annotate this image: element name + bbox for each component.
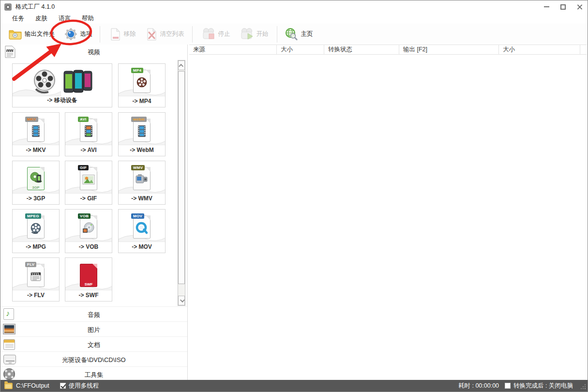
home-label: 主页: [301, 30, 313, 38]
file-list-header: 来源 大小 转换状态 输出 [F2] 大小: [189, 45, 587, 55]
format-card-swf[interactable]: SWF -> SWF: [65, 257, 112, 302]
card-label: -> MP4: [119, 98, 165, 105]
wmv-file-icon: WMV: [131, 165, 152, 191]
options-button[interactable]: 选项: [62, 25, 95, 44]
format-card-mov[interactable]: MOV -> MOV: [118, 209, 166, 253]
category-list: 音频 图片 文档 光驱设备\DVD\CD\ISO 工具集: [0, 306, 187, 380]
category-row-toolset[interactable]: 工具集: [0, 366, 187, 381]
scroll-up-button[interactable]: [178, 60, 185, 70]
category-disc-label: 光驱设备\DVD\CD\ISO: [0, 356, 187, 364]
close-icon: [576, 4, 583, 10]
video-format-grid: -> 移动设备 MP4: [0, 60, 187, 306]
category-audio-label: 音频: [0, 311, 187, 319]
card-label: -> GIF: [65, 195, 112, 202]
camera-play-icon: [240, 28, 254, 41]
stop-button[interactable]: 停止: [199, 25, 233, 44]
vob-file-icon: VOB: [78, 213, 99, 240]
menu-item-help[interactable]: 帮助: [79, 14, 96, 23]
card-label: -> 3GP: [13, 195, 59, 202]
column-header-source[interactable]: 来源: [189, 45, 277, 54]
status-bar: C:\FFOutput 使用多线程 耗时 : 00:00:00 转换完成后 : …: [0, 380, 588, 392]
category-toolset-label: 工具集: [0, 371, 187, 379]
format-card-wmv[interactable]: WMV -> WMV: [118, 161, 166, 205]
format-card-3gp[interactable]: 3GP -> 3GP: [12, 161, 60, 205]
chevron-up-icon: [179, 63, 183, 68]
scroll-down-button[interactable]: [178, 296, 185, 305]
toolbar-separator: [192, 26, 193, 43]
column-header-output[interactable]: 输出 [F2]: [399, 45, 499, 54]
menu-item-language[interactable]: 语言: [56, 14, 73, 23]
webm-file-icon: webm: [131, 117, 152, 143]
category-picture-label: 图片: [0, 326, 187, 334]
globe-magnifier-icon: [285, 28, 298, 41]
remove-button[interactable]: 移除: [107, 25, 138, 44]
menu-item-task[interactable]: 任务: [10, 14, 27, 23]
maximize-icon: [560, 4, 566, 10]
format-sidebar: 视频: [0, 45, 188, 380]
shutdown-checkbox[interactable]: [505, 383, 511, 389]
maximize-button[interactable]: [555, 0, 571, 13]
format-card-mp4[interactable]: MP4 -> MP4: [118, 63, 166, 107]
column-header-output-size[interactable]: 大小: [499, 45, 580, 54]
category-row-document[interactable]: 文档: [0, 336, 187, 351]
title-bar: 格式工厂 4.1.0: [0, 0, 588, 13]
format-card-gif[interactable]: GIF -> GIF: [65, 161, 112, 205]
remove-label: 移除: [124, 30, 136, 38]
swf-flash-icon: SWF: [78, 262, 99, 288]
card-label: -> WMV: [119, 195, 165, 202]
category-header-video[interactable]: 视频: [0, 45, 187, 60]
format-grid-scrollbar[interactable]: [178, 60, 185, 306]
output-folder-label: 输出文件夹: [25, 30, 55, 38]
format-card-mpg[interactable]: MPEG -> MPG: [12, 209, 60, 253]
window-title: 格式工厂 4.1.0: [15, 3, 55, 11]
format-card-mobile-device[interactable]: -> 移动设备: [12, 63, 112, 107]
camera-stop-icon: [201, 28, 215, 41]
main-area: 视频: [0, 45, 588, 380]
file-list-body[interactable]: [188, 55, 588, 380]
page-x-icon: [146, 28, 157, 41]
format-card-vob[interactable]: VOB -> VOB: [65, 209, 112, 253]
category-row-disc[interactable]: 光驱设备\DVD\CD\ISO: [0, 351, 187, 366]
format-card-webm[interactable]: webm -> WebM: [118, 112, 166, 156]
format-factory-window: 格式工厂 4.1.0 任务 皮肤 语言 帮助 输出文件夹: [0, 0, 588, 392]
avi-file-icon: AVI: [78, 117, 99, 143]
mov-quicktime-icon: MOV: [131, 213, 152, 240]
card-label: -> MKV: [13, 147, 59, 153]
output-folder-button[interactable]: 输出文件夹: [6, 25, 58, 44]
card-label: -> VOB: [65, 243, 112, 250]
gif-file-icon: GIF: [78, 165, 99, 191]
minimize-button[interactable]: [538, 0, 555, 13]
flv-file-icon: FLV: [25, 262, 46, 288]
menu-item-skin[interactable]: 皮肤: [33, 14, 50, 23]
category-row-audio[interactable]: 音频: [0, 306, 187, 321]
format-card-flv[interactable]: FLV -> FLV: [12, 257, 60, 302]
home-button[interactable]: 主页: [282, 25, 316, 44]
stop-label: 停止: [218, 30, 230, 38]
format-card-avi[interactable]: AVI -> AVI: [65, 112, 112, 156]
category-document-label: 文档: [0, 341, 187, 349]
start-label: 开始: [256, 30, 269, 38]
start-button[interactable]: 开始: [237, 25, 271, 44]
format-card-mkv[interactable]: MKV -> MKV: [12, 112, 60, 156]
multithread-checkbox[interactable]: [60, 383, 66, 389]
clear-list-label: 清空列表: [160, 30, 184, 38]
mpg-file-icon: MPEG: [25, 213, 46, 240]
close-button[interactable]: [571, 0, 588, 13]
chevron-down-icon: [180, 298, 184, 302]
shutdown-label: 转换完成后 : 关闭电脑: [513, 382, 573, 390]
column-header-convert-state[interactable]: 转换状态: [324, 45, 399, 54]
output-folder-small-icon: [4, 383, 13, 389]
resize-grip[interactable]: [580, 384, 586, 390]
minimize-icon: [544, 6, 549, 7]
column-header-size[interactable]: 大小: [277, 45, 324, 54]
output-path[interactable]: C:\FFOutput: [16, 382, 49, 389]
3gp-file-icon: 3GP: [25, 165, 46, 191]
card-label: -> WebM: [119, 147, 165, 153]
category-row-picture[interactable]: 图片: [0, 321, 187, 336]
toolbar: 输出文件夹 选项 移: [0, 24, 588, 45]
toolbar-separator: [100, 26, 100, 43]
elapsed-time: 耗时 : 00:00:00: [458, 382, 499, 390]
scrollbar-thumb[interactable]: [178, 71, 185, 284]
clear-list-button[interactable]: 清空列表: [144, 25, 187, 44]
options-label: 选项: [80, 30, 92, 38]
